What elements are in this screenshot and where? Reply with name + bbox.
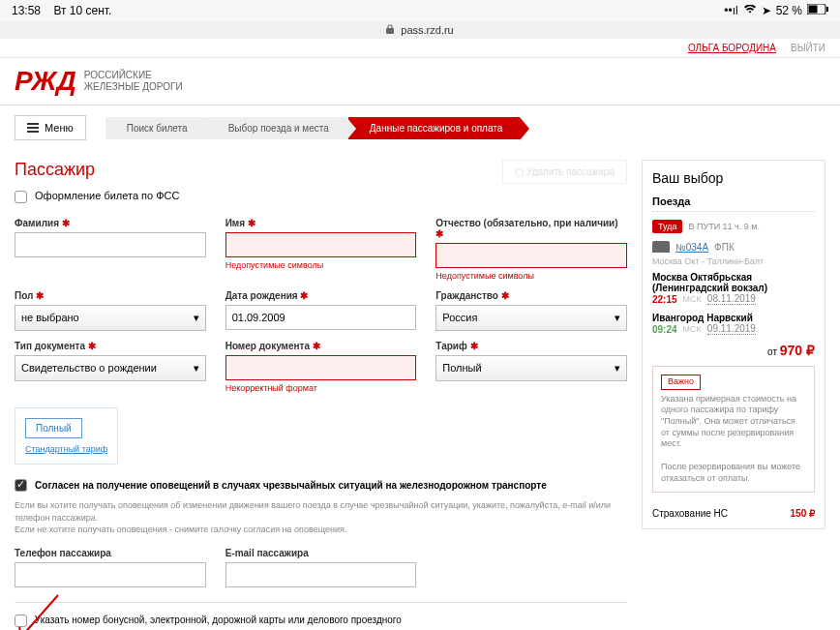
browser-url-bar[interactable]: pass.rzd.ru <box>0 21 840 39</box>
emergency-checkbox[interactable] <box>15 479 27 492</box>
top-user-menu: ОЛЬГА БОРОДИНА ВЫЙТИ <box>0 39 840 58</box>
tariff-select[interactable]: Полный ▾ <box>435 355 627 381</box>
field-citizenship: Гражданство ✱ Россия ▾ <box>435 290 627 331</box>
departure-station: Москва Октябрьская (Ленинградский вокзал… <box>652 272 815 293</box>
delete-passenger-button[interactable]: ▢ Удалить пассажира <box>502 160 627 184</box>
fss-checkbox-row[interactable]: Оформление билета по ФСС <box>15 190 627 203</box>
insurance-price: 150 ₽ <box>791 508 815 519</box>
trash-icon: ▢ <box>515 166 524 177</box>
arrival-station: Ивангород Нарвский <box>652 313 815 323</box>
consent-help-text: Если вы хотите получать оповещения об из… <box>15 499 627 536</box>
docnum-input[interactable] <box>225 355 417 380</box>
bonus-card-row[interactable]: Указать номер бонусной, электронной, дор… <box>15 615 627 627</box>
breadcrumb: Поиск билета Выбор поезда и места Данные… <box>105 117 523 139</box>
patronymic-input[interactable] <box>435 243 627 268</box>
breadcrumb-step-passengers: Данные пассажиров и оплата <box>348 117 520 139</box>
hamburger-icon <box>27 123 39 133</box>
svg-rect-2 <box>826 7 828 12</box>
tariff-tag[interactable]: Полный <box>25 418 82 438</box>
tariff-info-box: Полный Стандартный тариф <box>15 407 118 465</box>
wifi-icon <box>743 4 757 17</box>
doctype-select[interactable]: Свидетельство о рождении ▾ <box>15 355 206 381</box>
insurance-row: Страхование НС 150 ₽ <box>652 502 815 519</box>
field-gender: Пол ✱ не выбрано ▾ <box>15 290 206 331</box>
field-tariff: Тариф ✱ Полный ▾ <box>435 341 627 393</box>
important-notice: Важно Указана примерная стоимость на одн… <box>652 366 815 493</box>
name-input[interactable] <box>225 232 417 257</box>
price-value: 970 ₽ <box>780 343 815 358</box>
field-phone: Телефон пассажира <box>15 548 206 587</box>
direction-row: Туда В ПУТИ 11 ч. 9 м. <box>652 220 815 233</box>
ios-status-bar: 13:58 Вт 10 сент. ••ıl ➤ 52 % <box>0 0 840 21</box>
travel-time: В ПУТИ 11 ч. 9 м. <box>688 222 760 231</box>
phone-input[interactable] <box>15 562 206 587</box>
train-company: ФПК <box>714 242 735 253</box>
direction-tag: Туда <box>652 220 682 233</box>
user-link[interactable]: ОЛЬГА БОРОДИНА <box>688 43 776 53</box>
chevron-down-icon: ▾ <box>615 362 620 375</box>
docnum-error: Некорректный формат <box>225 383 417 393</box>
field-patronymic: Отчество (обязательно, при наличии) ✱ Не… <box>435 218 627 281</box>
logo[interactable]: РЖД Российские железные дороги <box>15 66 183 97</box>
chevron-down-icon: ▾ <box>194 312 199 324</box>
citizenship-select[interactable]: Россия ▾ <box>435 305 627 331</box>
dob-input[interactable] <box>225 305 417 330</box>
svg-rect-3 <box>386 28 394 34</box>
main-form: ▢ Удалить пассажира Пассажир Оформление … <box>15 160 627 630</box>
status-date: Вт 10 сент. <box>53 4 111 17</box>
gender-select[interactable]: не выбрано ▾ <box>15 305 206 331</box>
url-text: pass.rzd.ru <box>401 24 453 36</box>
fss-checkbox[interactable] <box>15 191 27 203</box>
status-time: 13:58 <box>12 4 41 17</box>
field-email: E-mail пассажира <box>225 548 417 587</box>
location-icon: ➤ <box>762 4 771 17</box>
price-row: от 970 ₽ <box>652 343 815 358</box>
battery-icon <box>807 4 828 17</box>
email-input[interactable] <box>225 562 417 587</box>
menu-button[interactable]: Меню <box>15 115 86 140</box>
your-choice-title: Ваш выбор <box>652 170 815 186</box>
train-number-link[interactable]: №034А <box>675 242 708 253</box>
breadcrumb-step-train[interactable]: Выбор поезда и места <box>207 117 346 139</box>
sidebar-your-choice: Ваш выбор Поезда Туда В ПУТИ 11 ч. 9 м. … <box>642 160 825 630</box>
svg-rect-1 <box>809 6 818 14</box>
chevron-down-icon: ▾ <box>615 312 620 324</box>
menu-breadcrumb-row: Меню Поиск билета Выбор поезда и места Д… <box>0 105 840 150</box>
signal-icon: ••ıl <box>724 4 737 17</box>
battery-text: 52 % <box>776 4 802 17</box>
surname-input[interactable] <box>15 232 206 257</box>
emergency-consent-row[interactable]: Согласен на получение оповещений в случа… <box>15 479 627 493</box>
exit-link[interactable]: ВЫЙТИ <box>791 43 825 53</box>
train-icon <box>652 241 670 253</box>
arrival-time-row: 09:24 МСК 09.11.2019 <box>652 323 815 335</box>
field-dob: Дата рождения ✱ <box>225 290 417 331</box>
divider <box>15 602 627 603</box>
logo-mark: РЖД <box>15 66 76 97</box>
chevron-down-icon: ▾ <box>194 362 199 375</box>
field-doctype: Тип документа ✱ Свидетельство о рождении… <box>15 341 206 393</box>
field-surname: Фамилия ✱ <box>15 218 206 281</box>
important-tag: Важно <box>661 375 701 390</box>
arrow-annotation <box>10 590 68 630</box>
train-number-row: №034А ФПК <box>652 241 815 253</box>
trains-label: Поезда <box>652 195 815 212</box>
breadcrumb-step-search[interactable]: Поиск билета <box>105 117 205 139</box>
field-name: Имя ✱ Недопустимые символы <box>225 218 417 281</box>
route-text: Москва Окт - Таллинн-Балт <box>652 256 815 266</box>
tariff-standard-link[interactable]: Стандартный тариф <box>25 444 107 454</box>
patronymic-error: Недопустимые символы <box>435 271 627 281</box>
logo-text: Российские железные дороги <box>84 70 183 93</box>
field-docnum: Номер документа ✱ Некорректный формат <box>225 341 417 393</box>
site-header: РЖД Российские железные дороги <box>0 58 840 105</box>
departure-time-row: 22:15 МСК 08.11.2019 <box>652 293 815 305</box>
lock-icon <box>386 24 394 36</box>
name-error: Недопустимые символы <box>225 260 417 270</box>
